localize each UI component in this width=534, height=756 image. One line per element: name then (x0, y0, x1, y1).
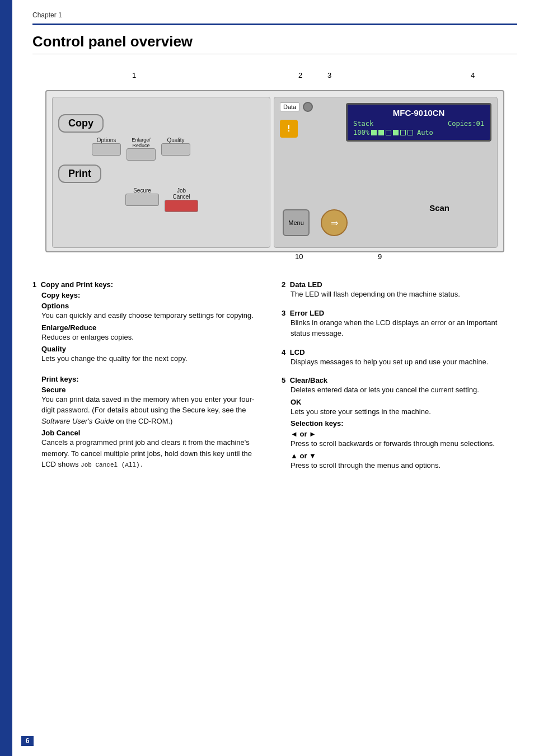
data-label: Data (280, 102, 299, 111)
quality-body: Lets you change the quality for the next… (41, 353, 265, 364)
data-led-area: Data (280, 102, 313, 112)
desc-1: 1 Copy and Print keys: Copy keys: Option… (32, 280, 265, 470)
description-area: 1 Copy and Print keys: Copy keys: Option… (32, 280, 514, 480)
chapter-label: Chapter 1 (32, 11, 517, 19)
prog-block3 (393, 130, 399, 135)
desc-num-4: 4 (282, 348, 285, 356)
error-led: ! (280, 120, 298, 138)
lcd-body: Displays messages to help you set up and… (291, 356, 514, 368)
enlarge-body: Reduces or enlarges copies. (41, 332, 265, 343)
secure-btn[interactable] (125, 194, 159, 206)
callout-9: 9 (378, 252, 382, 261)
lr-arrows-body: Press to scroll backwards or forwards th… (291, 438, 514, 449)
desc-num-1: 1 (32, 280, 36, 289)
menu-scan-area: Menu ⇒ (277, 209, 494, 236)
prog-block1 (371, 130, 377, 135)
scan-btn[interactable]: ⇒ (321, 209, 348, 236)
options-label: Options (97, 137, 116, 143)
panel-right: Data ! MFC-9010CN Stack Copies:01 100% (274, 97, 498, 248)
data-led (303, 102, 313, 112)
scan-btn-icon: ⇒ (331, 218, 338, 228)
desc-title-3: Error LED (290, 309, 324, 317)
desc-title-4: LCD (290, 348, 305, 356)
desc-2: 2 Data LED The LED will flash depending … (282, 280, 514, 300)
diagram-wrapper: 1 2 3 4 Copy Options Enlarge/R (32, 71, 517, 269)
desc-num-2: 2 (282, 280, 285, 289)
quality-btn[interactable] (161, 143, 190, 156)
desc-3: 3 Error LED Blinks in orange when the LC… (282, 309, 514, 339)
callout-top-row: 1 2 3 4 (45, 71, 504, 88)
quality-label: Quality (167, 137, 184, 143)
copy-keys-subtitle: Copy keys: (41, 291, 265, 299)
secure-label: Secure (133, 187, 151, 194)
prog-block2 (378, 130, 384, 135)
clearback-body: Deletes entered data or lets you cancel … (291, 384, 514, 396)
ok-body: Lets you store your settings in the mach… (291, 406, 514, 417)
callout-2: 2 (298, 71, 302, 79)
lr-arrows-subtitle: ◄ or ► (291, 430, 514, 438)
lcd-progress-row: 100% Auto (353, 129, 484, 137)
print-label: Print (58, 165, 101, 183)
desc-title-1: Copy and Print keys: (41, 280, 113, 289)
error-led-body: Blinks in orange when the LCD displays a… (291, 317, 514, 339)
secure-body: You can print data saved in the memory w… (41, 394, 265, 427)
page-number: 6 (21, 736, 34, 746)
desc-num-5: 5 (282, 376, 285, 384)
lcd-status-row1: Stack Copies:01 (353, 120, 484, 128)
enlarge-reduce-btn[interactable] (127, 148, 156, 161)
lcd-stack: Stack (353, 120, 373, 128)
desc-right: 2 Data LED The LED will flash depending … (282, 280, 514, 480)
enlarge-subtitle: Enlarge/Reduce (41, 323, 265, 332)
desc-left: 1 Copy and Print keys: Copy keys: Option… (32, 280, 265, 480)
lcd-zoom: 100% (353, 129, 369, 137)
data-led-body: The LED will flash depending on the mach… (291, 289, 514, 300)
lcd-model-name: MFC-9010CN (353, 108, 484, 118)
quality-subtitle: Quality (41, 345, 265, 353)
prog-empty2 (400, 130, 406, 135)
desc-title-5: Clear/Back (290, 376, 327, 384)
lcd-display: MFC-9010CN Stack Copies:01 100% Auto (346, 103, 491, 142)
desc-num-3: 3 (282, 309, 285, 317)
secure-subtitle: Secure (41, 386, 265, 394)
left-bar (0, 0, 12, 756)
jobcancel-subtitle: Job Cancel (41, 429, 265, 437)
callout-10: 10 (295, 252, 303, 261)
job-cancel-label: JobCancel (172, 187, 190, 200)
options-body: You can quickly and easily choose tempor… (41, 310, 265, 321)
options-subtitle: Options (41, 302, 265, 310)
prog-empty3 (407, 130, 413, 135)
ud-arrows-subtitle: ▲ or ▼ (291, 452, 514, 460)
panel-illustration: Copy Options Enlarge/Reduce Quality (45, 90, 504, 252)
top-divider (32, 24, 517, 25)
copy-label: Copy (58, 114, 104, 133)
page-title: Control panel overview (32, 33, 517, 54)
enlarge-reduce-label: Enlarge/Reduce (132, 137, 151, 148)
menu-btn[interactable]: Menu (283, 209, 310, 236)
desc-title-2: Data LED (290, 280, 322, 289)
copy-section: Copy Options Enlarge/Reduce Quality (58, 114, 264, 161)
print-section: Print Secure JobCancel (58, 165, 264, 212)
lcd-auto: Auto (417, 129, 433, 137)
print-keys-subtitle: Print keys: (41, 375, 265, 383)
menu-btn-label: Menu (288, 219, 304, 226)
callout-4: 4 (471, 71, 475, 79)
lcd-copies: Copies:01 (448, 120, 484, 128)
jobcancel-body: Cancels a programmed print job and clear… (41, 437, 265, 470)
ud-arrows-body: Press to scroll through the menus and op… (291, 460, 514, 471)
job-cancel-btn[interactable] (165, 200, 198, 212)
desc-5: 5 Clear/Back Deletes entered data or let… (282, 376, 514, 471)
callout-1: 1 (132, 71, 136, 79)
callout-bottom-row: 10 9 (45, 252, 504, 269)
panel-left: Copy Options Enlarge/Reduce Quality (52, 97, 270, 248)
desc-4: 4 LCD Displays messages to help you set … (282, 348, 514, 368)
callout-3: 3 (327, 71, 331, 79)
selection-keys-subtitle: Selection keys: (291, 419, 514, 428)
ok-subtitle: OK (291, 398, 514, 406)
options-btn[interactable] (92, 143, 121, 156)
prog-empty1 (386, 130, 391, 135)
